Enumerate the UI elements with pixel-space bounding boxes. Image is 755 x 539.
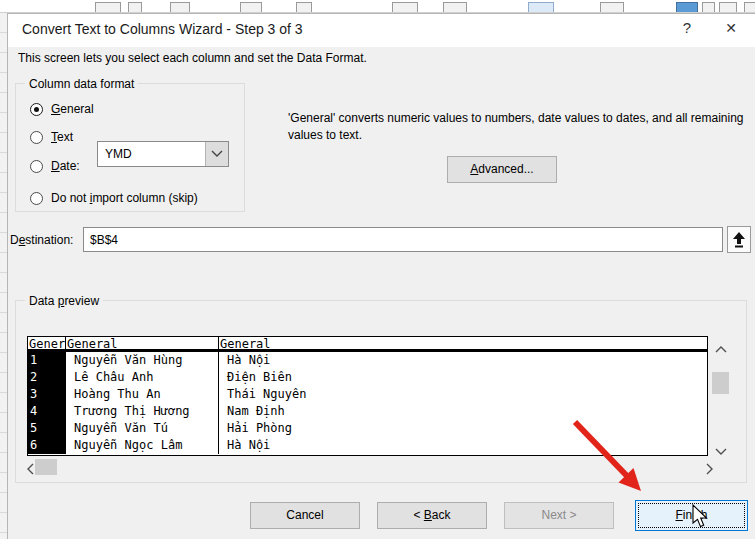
preview-cell[interactable]: Điện Biên — [219, 369, 707, 386]
dialog-title: Convert Text to Columns Wizard - Step 3 … — [22, 21, 303, 37]
preview-cell[interactable]: Hà Nội — [219, 437, 707, 454]
ribbon-icon-fragment — [392, 2, 418, 13]
preview-cell[interactable]: Nguyễn Văn Tú — [66, 420, 219, 437]
ribbon-icon-fragment — [296, 2, 312, 13]
text-to-columns-wizard: Convert Text to Columns Wizard - Step 3 … — [0, 0, 755, 539]
preview-row: 2 Lê Châu Anh Điện Biên — [28, 369, 707, 386]
close-icon[interactable]: ✕ — [716, 15, 746, 41]
date-format-value: YMD — [105, 147, 132, 161]
horizontal-scroll-thumb[interactable] — [35, 459, 57, 475]
help-icon[interactable]: ? — [672, 15, 702, 41]
preview-cell[interactable]: Lê Châu Anh — [66, 369, 219, 386]
preview-cell-selected[interactable]: 4 — [28, 403, 66, 420]
ribbon-icon-fragment — [128, 2, 142, 13]
vertical-scroll-thumb[interactable] — [712, 372, 729, 394]
range-selector-button[interactable] — [727, 226, 751, 253]
preview-row: 4 Trương Thị Hương Nam Định — [28, 403, 707, 420]
collapse-dialog-icon — [732, 232, 746, 248]
preview-row: 3 Hoàng Thu An Thái Nguyên — [28, 386, 707, 403]
ribbon-icon-fragment — [170, 2, 190, 13]
preview-row: 5 Nguyễn Văn Tú Hải Phòng — [28, 420, 707, 437]
preview-cell-selected[interactable]: 1 — [28, 352, 66, 369]
advanced-button[interactable]: Advanced... — [447, 156, 557, 183]
preview-column-header[interactable]: General — [219, 337, 707, 349]
chevron-down-icon[interactable] — [715, 441, 727, 459]
preview-cell[interactable]: Nguyễn Văn Hùng — [66, 352, 219, 369]
preview-column-header[interactable]: Gener — [28, 337, 66, 349]
preview-cell[interactable]: Hoàng Thu An — [66, 386, 219, 403]
date-format-select[interactable]: YMD — [97, 141, 229, 167]
next-button[interactable]: Next > — [504, 502, 614, 529]
radio-skip[interactable]: Do not import column (skip) — [30, 191, 198, 205]
destination-input[interactable] — [83, 227, 723, 252]
radio-skip-icon — [30, 192, 43, 205]
excel-ribbon-strip — [0, 0, 755, 13]
ribbon-icon-fragment — [600, 2, 624, 13]
chevron-left-icon[interactable] — [27, 461, 35, 479]
preview-cell-selected[interactable]: 6 — [28, 437, 66, 454]
ribbon-icon-fragment — [702, 2, 715, 13]
radio-general[interactable]: General — [30, 102, 94, 116]
radio-date-icon — [30, 160, 43, 173]
preview-cell[interactable]: Nam Định — [219, 403, 707, 420]
preview-cell-selected[interactable]: 2 — [28, 369, 66, 386]
ribbon-icon-fragment — [443, 2, 467, 13]
radio-text-icon — [30, 131, 43, 144]
preview-row: 6 Nguyễn Ngọc Lâm Hà Nội — [28, 437, 707, 454]
data-preview-legend: Data preview — [25, 294, 103, 308]
preview-vertical-scrollbar[interactable] — [710, 336, 731, 455]
preview-cell[interactable]: Hà Nội — [219, 352, 707, 369]
preview-row: 1 Nguyễn Văn Hùng Hà Nội — [28, 352, 707, 369]
preview-cell[interactable]: Trương Thị Hương — [66, 403, 219, 420]
data-preview-table: Gener General General 1 Nguyễn Văn Hùng … — [27, 336, 708, 456]
column-data-format-legend: Column data format — [25, 77, 138, 91]
preview-column-header[interactable]: General — [66, 337, 219, 349]
ribbon-icon-fragment — [744, 2, 755, 13]
radio-date[interactable]: Date: — [30, 159, 80, 173]
preview-cell[interactable]: Thái Nguyên — [219, 386, 707, 403]
radio-text[interactable]: Text — [30, 130, 73, 144]
preview-cell[interactable]: Nguyễn Ngọc Lâm — [66, 437, 219, 454]
preview-cell-selected[interactable]: 5 — [28, 420, 66, 437]
back-button[interactable]: < Back — [377, 502, 487, 529]
general-note: 'General' converts numeric values to num… — [288, 110, 750, 144]
preview-cell[interactable]: Hải Phòng — [219, 420, 707, 437]
ribbon-icon-fragment — [528, 2, 554, 13]
ribbon-icon-fragment — [719, 2, 737, 13]
chevron-up-icon[interactable] — [715, 340, 727, 358]
ribbon-icon-fragment — [240, 2, 262, 13]
intro-text: This screen lets you select each column … — [18, 51, 367, 65]
destination-label: Destination: — [10, 233, 73, 247]
preview-cell-selected[interactable]: 3 — [28, 386, 66, 403]
cancel-button[interactable]: Cancel — [250, 502, 360, 529]
ribbon-icon-fragment — [95, 2, 121, 13]
preview-header-row: Gener General General — [28, 337, 707, 352]
ribbon-icon-fragment — [676, 2, 698, 13]
excel-sheet-edge — [0, 13, 7, 539]
chevron-right-icon[interactable] — [705, 461, 713, 479]
chevron-down-icon[interactable] — [205, 142, 228, 166]
radio-general-icon — [30, 103, 43, 116]
preview-horizontal-scrollbar[interactable] — [27, 458, 717, 476]
finish-button[interactable]: Finish — [635, 500, 748, 531]
